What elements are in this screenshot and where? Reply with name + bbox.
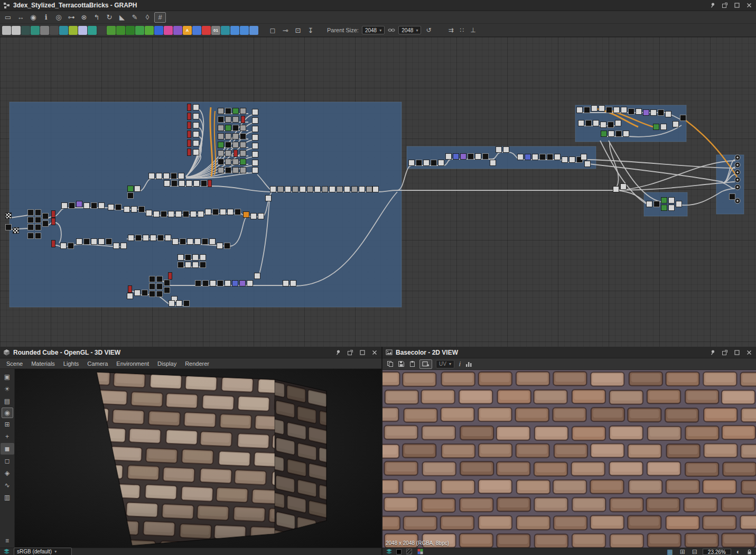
graph-node[interactable] bbox=[191, 211, 197, 217]
graph-node[interactable] bbox=[240, 108, 246, 114]
pin-icon[interactable] bbox=[709, 2, 716, 9]
graph-node[interactable] bbox=[503, 147, 509, 153]
graph-node[interactable] bbox=[195, 281, 201, 286]
graph-node[interactable] bbox=[185, 255, 191, 261]
graph-node[interactable] bbox=[84, 203, 90, 209]
svg-node-icon[interactable] bbox=[21, 26, 30, 35]
graph-node[interactable] bbox=[233, 159, 239, 165]
graph-node[interactable] bbox=[285, 187, 291, 192]
graph-node[interactable] bbox=[651, 110, 657, 116]
graph-node[interactable] bbox=[253, 118, 258, 124]
info-tool-icon[interactable]: ℹ bbox=[40, 12, 52, 23]
graph-node[interactable] bbox=[99, 239, 105, 245]
graph-node[interactable] bbox=[127, 293, 133, 299]
link-mode-tool-icon[interactable]: ⊶ bbox=[66, 12, 77, 23]
splatter-node-icon[interactable] bbox=[164, 26, 173, 35]
graph-node[interactable] bbox=[210, 239, 216, 245]
graph-node[interactable] bbox=[253, 160, 258, 166]
graph-node[interactable] bbox=[201, 181, 207, 187]
channels-swatch[interactable] bbox=[416, 548, 424, 555]
graph-node[interactable] bbox=[193, 262, 199, 268]
tree-node-icon[interactable] bbox=[116, 26, 125, 35]
graph-node[interactable] bbox=[322, 187, 328, 192]
graph-node[interactable] bbox=[165, 235, 171, 241]
graph-node[interactable] bbox=[661, 124, 667, 130]
graph-node[interactable] bbox=[225, 281, 231, 286]
graph-node[interactable] bbox=[654, 124, 659, 130]
graph-node[interactable] bbox=[128, 235, 134, 241]
graph-node[interactable] bbox=[623, 131, 629, 137]
graph-node[interactable] bbox=[52, 240, 55, 247]
graph-node[interactable] bbox=[555, 154, 561, 160]
graph-node[interactable] bbox=[577, 107, 583, 113]
graph-node[interactable] bbox=[188, 122, 191, 129]
graph-node[interactable] bbox=[91, 203, 97, 209]
graph-node[interactable] bbox=[218, 134, 224, 140]
graph-node[interactable] bbox=[218, 142, 224, 148]
graph-node[interactable] bbox=[438, 160, 444, 166]
graph-node[interactable] bbox=[483, 154, 489, 160]
graph-node[interactable] bbox=[266, 196, 272, 201]
graph-node[interactable] bbox=[601, 122, 606, 128]
graph-node[interactable] bbox=[128, 186, 134, 192]
graph-node[interactable] bbox=[194, 181, 200, 187]
tiling-grid-icon[interactable]: ▦ bbox=[665, 548, 674, 555]
graph-node[interactable] bbox=[188, 131, 191, 138]
graph-node[interactable] bbox=[157, 291, 163, 297]
graph-node[interactable] bbox=[228, 209, 234, 215]
graph-node[interactable] bbox=[217, 243, 223, 249]
link-anchor-icon[interactable]: ⊸ bbox=[279, 25, 291, 35]
graph-node[interactable] bbox=[218, 281, 223, 286]
graph-node[interactable] bbox=[220, 209, 226, 215]
graph-node[interactable] bbox=[373, 187, 379, 192]
graph-node[interactable] bbox=[490, 160, 496, 166]
maximize-icon[interactable] bbox=[733, 2, 741, 9]
graph-node[interactable] bbox=[244, 212, 249, 218]
graph-node[interactable] bbox=[673, 122, 679, 127]
parent-size-select[interactable]: 2048▾ bbox=[362, 26, 385, 34]
graph-node[interactable] bbox=[150, 291, 155, 297]
graph-node[interactable] bbox=[629, 109, 634, 115]
pin-node-icon[interactable]: ↧ bbox=[305, 25, 316, 35]
graph-node[interactable] bbox=[124, 207, 130, 212]
image-frame-icon[interactable]: ⊡ bbox=[292, 25, 304, 35]
graph-node[interactable] bbox=[253, 168, 258, 173]
pin-icon[interactable] bbox=[334, 349, 342, 356]
shape-node-icon[interactable] bbox=[135, 26, 144, 35]
camera-icon[interactable]: ◉ bbox=[2, 408, 13, 418]
graph-node[interactable] bbox=[77, 239, 82, 245]
graph-node[interactable] bbox=[179, 173, 184, 179]
uniform-color-node-icon[interactable] bbox=[2, 26, 11, 35]
graph-node[interactable] bbox=[176, 301, 182, 307]
graph-node[interactable] bbox=[183, 211, 189, 217]
graph-node[interactable] bbox=[240, 134, 246, 140]
graph-node[interactable] bbox=[658, 110, 664, 116]
corner-tool-icon[interactable]: ◣ bbox=[116, 12, 128, 23]
fast-links-icon[interactable]: ⇉ bbox=[447, 26, 455, 34]
align-nodes-icon[interactable]: ⊥ bbox=[469, 26, 477, 34]
graph-node[interactable] bbox=[581, 154, 587, 160]
pine-node-icon[interactable] bbox=[126, 26, 135, 35]
output-size-select[interactable]: 2048▾ bbox=[398, 26, 421, 34]
graph-node[interactable] bbox=[158, 235, 164, 241]
material-sphere-icon[interactable]: ◈ bbox=[1, 467, 14, 479]
graph-node[interactable] bbox=[615, 121, 621, 126]
graph-node[interactable] bbox=[193, 105, 199, 110]
graph-node[interactable] bbox=[169, 301, 175, 307]
svg-frame-node-icon[interactable] bbox=[192, 26, 201, 35]
graph-node[interactable] bbox=[193, 123, 199, 128]
graph-node[interactable] bbox=[233, 142, 239, 148]
graph-node[interactable] bbox=[28, 233, 34, 239]
graph-node[interactable] bbox=[172, 181, 178, 187]
graph-node[interactable] bbox=[43, 221, 49, 227]
blend-node-icon[interactable] bbox=[78, 26, 87, 35]
material-tool-icon[interactable]: ◊ bbox=[142, 12, 153, 23]
environment-icon[interactable]: ▤ bbox=[1, 395, 14, 407]
graph-node[interactable] bbox=[114, 243, 119, 249]
graph-node[interactable] bbox=[606, 107, 612, 113]
graph-node[interactable] bbox=[525, 154, 531, 160]
node-graph[interactable] bbox=[0, 37, 756, 347]
float-window-icon[interactable] bbox=[347, 349, 354, 356]
graph-node[interactable] bbox=[198, 211, 204, 217]
graph-node[interactable] bbox=[234, 150, 238, 157]
